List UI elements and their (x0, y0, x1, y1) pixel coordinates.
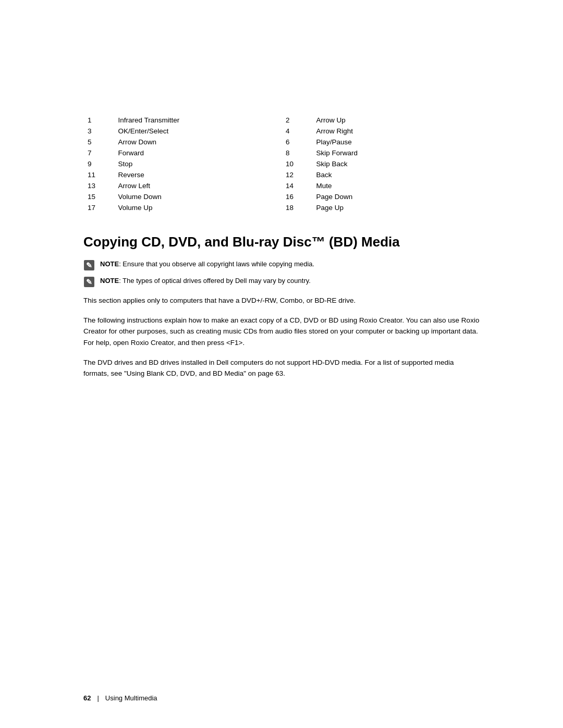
item-number: 17 (83, 202, 114, 213)
note-content-1: : Ensure that you observe all copyright … (119, 260, 314, 268)
item-label: Arrow Left (114, 180, 282, 191)
note-content-2: : The types of optical drives offered by… (119, 277, 311, 285)
item-label: Volume Up (114, 202, 282, 213)
numbered-list-table: 1Infrared Transmitter2Arrow Up3OK/Enter/… (83, 115, 480, 213)
page: 1Infrared Transmitter2Arrow Up3OK/Enter/… (0, 0, 563, 728)
item-label-2: Skip Back (312, 158, 480, 169)
item-number: 3 (83, 126, 114, 137)
item-number: 9 (83, 158, 114, 169)
note-label-2: NOTE (100, 277, 119, 285)
item-number-2: 18 (282, 202, 312, 213)
footer-page-number: 62 (83, 694, 91, 702)
item-number-2: 4 (282, 126, 312, 137)
note-text-2: NOTE: The types of optical drives offere… (100, 276, 311, 286)
footer: 62 | Using Multimedia (83, 694, 480, 702)
item-number: 13 (83, 180, 114, 191)
svg-text:✎: ✎ (86, 261, 92, 269)
footer-section-name: Using Multimedia (105, 694, 157, 702)
table-row: 9Stop10Skip Back (83, 158, 480, 169)
item-label-2: Play/Pause (312, 137, 480, 147)
item-label-2: Back (312, 169, 480, 180)
item-number-2: 2 (282, 115, 312, 126)
note-icon-2: ✎ (83, 276, 95, 288)
item-label-2: Page Down (312, 191, 480, 202)
table-row: 7Forward8Skip Forward (83, 147, 480, 158)
note-block-2: ✎ NOTE: The types of optical drives offe… (83, 276, 480, 288)
item-label-2: Page Up (312, 202, 480, 213)
item-number-2: 16 (282, 191, 312, 202)
note-icon-1: ✎ (83, 260, 95, 271)
item-number-2: 12 (282, 169, 312, 180)
item-label: Reverse (114, 169, 282, 180)
item-number-2: 8 (282, 147, 312, 158)
item-label: OK/Enter/Select (114, 126, 282, 137)
item-label: Forward (114, 147, 282, 158)
svg-text:✎: ✎ (86, 278, 92, 286)
item-number-2: 14 (282, 180, 312, 191)
table-row: 3OK/Enter/Select4Arrow Right (83, 126, 480, 137)
paragraph-3: The DVD drives and BD drives installed i… (83, 357, 480, 379)
item-label-2: Arrow Up (312, 115, 480, 126)
table-row: 5Arrow Down6Play/Pause (83, 137, 480, 147)
table-row: 13Arrow Left14Mute (83, 180, 480, 191)
table-row: 1Infrared Transmitter2Arrow Up (83, 115, 480, 126)
table-row: 11Reverse12Back (83, 169, 480, 180)
note-label-1: NOTE (100, 260, 119, 268)
footer-separator: | (97, 694, 99, 702)
item-number-2: 6 (282, 137, 312, 147)
item-label: Stop (114, 158, 282, 169)
paragraph-2: The following instructions explain how t… (83, 315, 480, 349)
note-block-1: ✎ NOTE: Ensure that you observe all copy… (83, 260, 480, 271)
item-number: 11 (83, 169, 114, 180)
item-number-2: 10 (282, 158, 312, 169)
table-row: 17Volume Up18Page Up (83, 202, 480, 213)
item-number: 1 (83, 115, 114, 126)
item-number: 5 (83, 137, 114, 147)
item-number: 15 (83, 191, 114, 202)
table-row: 15Volume Down16Page Down (83, 191, 480, 202)
item-label: Arrow Down (114, 137, 282, 147)
note-text-1: NOTE: Ensure that you observe all copyri… (100, 260, 314, 269)
item-number: 7 (83, 147, 114, 158)
item-label-2: Arrow Right (312, 126, 480, 137)
item-label-2: Skip Forward (312, 147, 480, 158)
section-heading: Copying CD, DVD, and Blu-ray Disc™ (BD) … (83, 234, 480, 250)
item-label: Volume Down (114, 191, 282, 202)
item-label: Infrared Transmitter (114, 115, 282, 126)
item-label-2: Mute (312, 180, 480, 191)
paragraph-1: This section applies only to computers t… (83, 295, 480, 306)
